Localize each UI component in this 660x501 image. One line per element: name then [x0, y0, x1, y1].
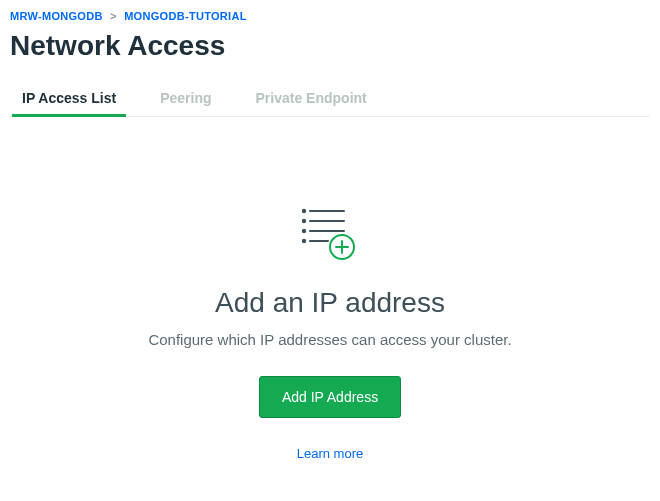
tab-ip-access-list[interactable]: IP Access List [18, 84, 120, 116]
ip-list-icon [298, 207, 362, 267]
empty-state-title: Add an IP address [10, 287, 650, 319]
svg-point-0 [303, 210, 305, 212]
breadcrumb-separator: > [110, 10, 117, 22]
svg-point-4 [303, 230, 305, 232]
empty-state: Add an IP address Configure which IP add… [10, 117, 650, 461]
page-title: Network Access [10, 30, 650, 62]
svg-point-6 [303, 240, 305, 242]
tabs: IP Access List Peering Private Endpoint [10, 84, 650, 117]
svg-point-2 [303, 220, 305, 222]
tab-private-endpoint[interactable]: Private Endpoint [252, 84, 371, 116]
learn-more-link[interactable]: Learn more [10, 446, 650, 461]
empty-state-subtitle: Configure which IP addresses can access … [10, 331, 650, 348]
breadcrumb-project[interactable]: MRW-MONGODB [10, 10, 103, 22]
tab-peering[interactable]: Peering [156, 84, 215, 116]
add-ip-address-button[interactable]: Add IP Address [259, 376, 401, 418]
breadcrumb-item[interactable]: MONGODB-TUTORIAL [124, 10, 247, 22]
breadcrumb: MRW-MONGODB > MONGODB-TUTORIAL [10, 10, 650, 22]
